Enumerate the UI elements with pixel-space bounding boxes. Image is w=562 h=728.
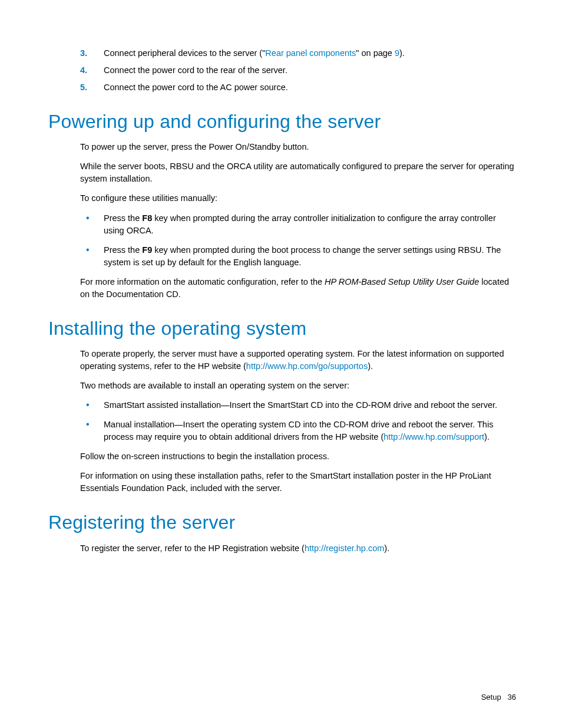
paragraph: To register the server, refer to the HP … xyxy=(80,542,516,555)
step-number: 3. xyxy=(80,47,97,60)
step-text: Connect the power cord to the AC power s… xyxy=(104,83,288,92)
text-fragment: ). xyxy=(384,543,389,553)
text-fragment: key when prompted during the boot proces… xyxy=(104,245,501,267)
text-fragment: For more information on the automatic co… xyxy=(80,277,325,286)
heading-installing-os: Installing the operating system xyxy=(48,315,516,342)
key-f9: F9 xyxy=(142,245,152,255)
page-footer: Setup 36 xyxy=(481,692,516,703)
register-link[interactable]: http://register.hp.com xyxy=(305,543,384,553)
list-item: Press the F9 key when prompted during th… xyxy=(80,244,516,269)
step-3: 3. Connect peripheral devices to the ser… xyxy=(80,47,516,60)
text-fragment: key when prompted during the array contr… xyxy=(104,213,496,235)
configure-list: Press the F8 key when prompted during th… xyxy=(80,212,516,269)
text-fragment: ). xyxy=(484,432,490,442)
paragraph: To operate properly, the server must hav… xyxy=(80,348,516,373)
page-ref-link[interactable]: 9 xyxy=(395,48,399,58)
paragraph: While the server boots, RBSU and the ORC… xyxy=(80,160,516,185)
paragraph: To power up the server, press the Power … xyxy=(80,141,516,153)
text-fragment: To register the server, refer to the HP … xyxy=(80,543,305,553)
text-fragment: Press the xyxy=(104,213,142,223)
paragraph: Follow the on-screen instructions to beg… xyxy=(80,450,516,463)
section-body: To operate properly, the server must hav… xyxy=(80,348,516,495)
text-fragment: " on page xyxy=(356,48,395,58)
text-fragment: ). xyxy=(368,361,373,371)
install-methods-list: SmartStart assisted installation—Insert … xyxy=(80,399,516,443)
paragraph: To configure these utilities manually: xyxy=(80,192,516,205)
support-link[interactable]: http://www.hp.com/support xyxy=(384,432,484,442)
footer-page-number: 36 xyxy=(508,693,516,701)
step-5: 5. Connect the power cord to the AC powe… xyxy=(80,81,516,94)
paragraph: Two methods are available to install an … xyxy=(80,380,516,392)
text-fragment: ). xyxy=(399,48,405,58)
guide-title: HP ROM-Based Setup Utility User Guide xyxy=(325,277,479,286)
step-text: Connect the power cord to the rear of th… xyxy=(104,65,287,75)
step-number: 4. xyxy=(80,64,97,77)
list-item: SmartStart assisted installation—Insert … xyxy=(80,399,516,411)
text-fragment: Press the xyxy=(104,245,142,255)
rear-panel-link[interactable]: Rear panel components xyxy=(265,48,356,58)
step-number: 5. xyxy=(80,81,97,94)
list-item: Press the F8 key when prompted during th… xyxy=(80,212,516,237)
step-4: 4. Connect the power cord to the rear of… xyxy=(80,64,516,77)
paragraph: For information on using these installat… xyxy=(80,470,516,495)
footer-section: Setup xyxy=(481,693,501,701)
supportos-link[interactable]: http://www.hp.com/go/supportos xyxy=(246,361,368,371)
section-body: To power up the server, press the Power … xyxy=(80,141,516,300)
step-text: Connect peripheral devices to the server… xyxy=(104,48,405,58)
text-fragment: Connect peripheral devices to the server… xyxy=(104,48,265,58)
heading-registering: Registering the server xyxy=(48,509,516,536)
list-item: Manual installation—Insert the operating… xyxy=(80,419,516,443)
section-body: To register the server, refer to the HP … xyxy=(80,542,516,555)
continued-steps-list: 3. Connect peripheral devices to the ser… xyxy=(80,47,516,94)
document-page: 3. Connect peripheral devices to the ser… xyxy=(0,0,562,728)
paragraph: For more information on the automatic co… xyxy=(80,276,516,301)
key-f8: F8 xyxy=(142,213,152,223)
heading-powering-up: Powering up and configuring the server xyxy=(48,108,516,135)
